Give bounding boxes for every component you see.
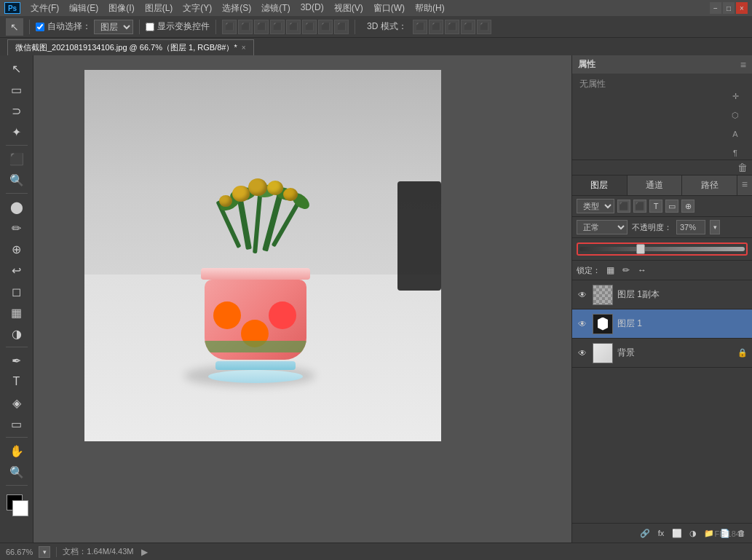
eraser-tool[interactable]: ◻	[4, 281, 30, 301]
layers-panel-menu[interactable]: ≡	[737, 176, 752, 195]
menu-edit[interactable]: 编辑(E)	[65, 1, 103, 16]
layer-item-copy[interactable]: 👁 图层 1副本	[572, 280, 752, 309]
zoom-menu-button[interactable]: ▾	[39, 546, 50, 558]
dodge-tool[interactable]: ◑	[4, 323, 30, 344]
layer-item-1[interactable]: 👁 图层 1	[572, 309, 752, 339]
hand-tool[interactable]: ✋	[4, 441, 30, 461]
menu-image[interactable]: 图像(I)	[104, 1, 138, 16]
show-transform-check[interactable]	[146, 23, 154, 31]
layer-type-filter[interactable]: 类型	[577, 199, 614, 213]
tab-channels[interactable]: 通道	[628, 176, 683, 195]
brush-tool[interactable]: ✏	[4, 218, 30, 238]
tab-layers[interactable]: 图层	[572, 176, 628, 195]
tool-sep-4	[6, 437, 28, 438]
zoom-tool[interactable]: 🔍	[4, 462, 30, 482]
add-style-icon[interactable]: fx	[654, 527, 668, 540]
canvas-area[interactable]	[33, 55, 571, 543]
move-tool[interactable]: ↖	[4, 58, 30, 79]
lock-brush-icon[interactable]: ✏	[620, 264, 633, 277]
align-right[interactable]: ⬛	[302, 20, 317, 34]
tab-paths[interactable]: 路径	[682, 176, 737, 195]
show-transform-checkbox[interactable]: 显示变换控件	[146, 20, 210, 33]
auto-select-check[interactable]	[36, 23, 44, 31]
opacity-slider[interactable]	[579, 247, 745, 251]
eyedropper-tool[interactable]: 🔍	[4, 170, 30, 190]
filter-pixel-icon[interactable]: ⬛	[617, 200, 630, 213]
menu-view[interactable]: 视图(V)	[330, 1, 368, 16]
add-mask-icon[interactable]: ⬜	[670, 527, 684, 540]
tab-close-button[interactable]: ×	[242, 44, 246, 52]
menu-help[interactable]: 帮助(H)	[411, 1, 449, 16]
3d-mode-2[interactable]: ⬛	[429, 20, 443, 34]
distribute-v[interactable]: ⬛	[334, 20, 349, 34]
magic-wand-tool[interactable]: ✦	[4, 122, 30, 142]
layer-lock-icon: 🔒	[737, 348, 748, 358]
history-brush-tool[interactable]: ↩	[4, 260, 30, 280]
menu-layer[interactable]: 图层(L)	[140, 1, 178, 16]
window-controls[interactable]: − □ ×	[710, 2, 748, 14]
3d-mode-3[interactable]: ⬛	[445, 20, 459, 34]
align-left[interactable]: ⬛	[270, 20, 285, 34]
crop-tool[interactable]: ⬛	[4, 149, 30, 169]
menu-filter[interactable]: 滤镜(T)	[257, 1, 294, 16]
delete-layer-icon[interactable]: 🗑	[737, 162, 748, 173]
align-top[interactable]: ⬛	[222, 20, 237, 34]
new-group-icon[interactable]: 📁	[702, 527, 716, 540]
gradient-tool[interactable]: ▦	[4, 302, 30, 323]
align-bottom[interactable]: ⬛	[254, 20, 269, 34]
lasso-tool[interactable]: ⊃	[4, 100, 30, 121]
maximize-button[interactable]: □	[723, 2, 735, 14]
prop-icon-move[interactable]: ✛	[729, 90, 742, 103]
text-tool[interactable]: T	[4, 371, 30, 392]
filter-shape-icon[interactable]: ▭	[665, 200, 678, 213]
align-center[interactable]: ⬛	[286, 20, 301, 34]
opacity-dropdown-button[interactable]: ▾	[710, 220, 720, 234]
slider-thumb[interactable]	[636, 244, 645, 254]
3d-mode-4[interactable]: ⬛	[461, 20, 475, 34]
opacity-value-input[interactable]	[676, 220, 705, 234]
properties-menu-icon[interactable]: ≡	[740, 59, 746, 71]
filter-text-icon[interactable]: T	[649, 200, 662, 213]
path-select-tool[interactable]: ◈	[4, 393, 30, 413]
close-button[interactable]: ×	[736, 2, 748, 14]
auto-select-checkbox[interactable]: 自动选择： 图层	[36, 20, 133, 34]
3d-mode-1[interactable]: ⬛	[413, 20, 427, 34]
layers-top-bar: 🗑	[572, 160, 752, 176]
status-arrow[interactable]: ▶	[140, 547, 150, 557]
canvas-wrapper	[84, 70, 441, 441]
distribute-h[interactable]: ⬛	[318, 20, 333, 34]
minimize-button[interactable]: −	[710, 2, 721, 14]
opacity-slider-row[interactable]	[572, 238, 752, 261]
document-tab[interactable]: 微信截图_20210819134106.jpg @ 66.7%（图层 1, RG…	[7, 39, 254, 55]
align-middle[interactable]: ⬛	[238, 20, 253, 34]
lock-move-icon[interactable]: ↔	[636, 264, 649, 277]
layer-select[interactable]: 图层	[94, 20, 133, 34]
filter-adjust-icon[interactable]: ⬛	[633, 200, 646, 213]
marquee-tool[interactable]: ▭	[4, 79, 30, 100]
3d-mode-5[interactable]: ⬛	[477, 20, 491, 34]
menu-select[interactable]: 选择(S)	[218, 1, 256, 16]
layer-eye-copy[interactable]: 👁	[577, 289, 588, 301]
layer-eye-bg[interactable]: 👁	[577, 347, 588, 359]
menu-3d[interactable]: 3D(D)	[296, 1, 328, 16]
blend-mode-select[interactable]: 正常	[577, 220, 628, 234]
stamp-tool[interactable]: ⊕	[4, 239, 30, 259]
menu-window[interactable]: 窗口(W)	[369, 1, 409, 16]
shape-tool[interactable]: ▭	[4, 414, 30, 434]
background-color[interactable]	[12, 500, 28, 516]
layer-item-bg[interactable]: 👁 背景 🔒	[572, 339, 752, 368]
menu-bar[interactable]: 文件(F) 编辑(E) 图像(I) 图层(L) 文字(Y) 选择(S) 滤镜(T…	[26, 1, 449, 16]
new-adjustment-icon[interactable]: ◑	[686, 527, 700, 540]
layer-eye-1[interactable]: 👁	[577, 318, 588, 330]
spot-healing-tool[interactable]: ⬤	[4, 197, 30, 217]
prop-icon-paragraph[interactable]: ¶	[729, 146, 742, 159]
opacity-slider-container[interactable]	[577, 242, 748, 256]
lock-checkerboard-icon[interactable]: ▦	[603, 264, 617, 277]
menu-file[interactable]: 文件(F)	[26, 1, 63, 16]
prop-icon-transform[interactable]: ⬡	[729, 109, 742, 122]
pen-tool[interactable]: ✒	[4, 350, 30, 371]
prop-icon-text[interactable]: A	[729, 127, 742, 141]
link-layers-icon[interactable]: 🔗	[638, 527, 652, 540]
menu-text[interactable]: 文字(Y)	[178, 1, 216, 16]
filter-smart-icon[interactable]: ⊕	[681, 200, 694, 213]
